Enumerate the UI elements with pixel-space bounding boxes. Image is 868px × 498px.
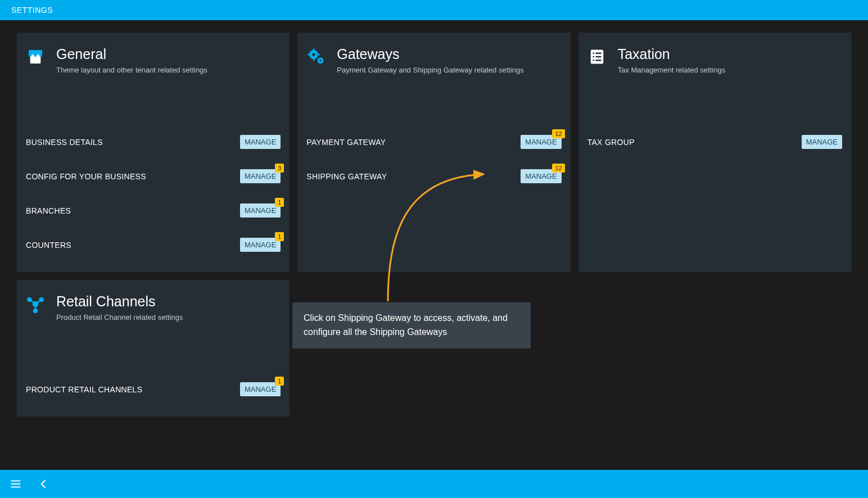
svg-rect-3 xyxy=(34,54,37,57)
label-tax-group: TAX GROUP xyxy=(587,138,635,147)
card-header-gateways: Gateways Payment Gateway and Shipping Ga… xyxy=(303,46,564,74)
list-icon xyxy=(587,47,607,66)
menu-icon[interactable] xyxy=(9,477,22,491)
card-header-general: General Theme layout and other tenant re… xyxy=(22,46,284,74)
card-gateways: Gateways Payment Gateway and Shipping Ga… xyxy=(297,33,570,272)
card-subtitle-gateways: Payment Gateway and Shipping Gateway rel… xyxy=(337,66,523,74)
row-counters: COUNTERS MANAGE 1 xyxy=(22,228,284,262)
svg-point-8 xyxy=(320,60,322,61)
network-icon xyxy=(26,295,45,314)
card-retail-channels: Retail Channels Product Retail Channel r… xyxy=(17,280,290,416)
card-subtitle-taxation: Tax Management related settings xyxy=(618,66,726,74)
manage-product-retail-channels-button[interactable]: MANAGE 1 xyxy=(240,382,281,396)
settings-grid: General Theme layout and other tenant re… xyxy=(0,20,868,429)
badge-payment-gateway: 12 xyxy=(552,129,564,138)
manage-payment-gateway-button[interactable]: MANAGE 12 xyxy=(521,135,561,149)
svg-point-6 xyxy=(313,53,315,56)
badge-config-business: 3 xyxy=(275,164,284,173)
svg-rect-9 xyxy=(313,48,315,51)
page-header: SETTINGS xyxy=(0,0,868,20)
svg-rect-17 xyxy=(595,56,601,58)
row-branches: BRANCHES MANAGE 1 xyxy=(22,193,284,228)
row-payment-gateway: PAYMENT GATEWAY MANAGE 12 xyxy=(303,125,564,159)
svg-rect-15 xyxy=(595,53,601,55)
annotation-text: Click on Shipping Gateway to access, act… xyxy=(304,313,508,337)
label-branches: BRANCHES xyxy=(26,206,71,215)
row-config-business: CONFIG FOR YOUR BUSINESS MANAGE 3 xyxy=(22,159,284,193)
manage-tax-group-button[interactable]: MANAGE xyxy=(802,135,842,149)
card-title-general: General xyxy=(56,46,207,62)
svg-rect-19 xyxy=(595,60,601,61)
label-counters: COUNTERS xyxy=(26,241,71,250)
gears-icon xyxy=(306,47,326,66)
footer-bar xyxy=(0,470,868,498)
card-title-retail: Retail Channels xyxy=(56,293,183,310)
label-config-business: CONFIG FOR YOUR BUSINESS xyxy=(26,172,146,181)
manage-business-details-button[interactable]: MANAGE xyxy=(240,135,281,149)
svg-rect-11 xyxy=(308,54,310,56)
svg-rect-4 xyxy=(39,54,42,57)
manage-config-business-button[interactable]: MANAGE 3 xyxy=(240,169,281,183)
card-subtitle-retail: Product Retail Channel related settings xyxy=(56,313,183,322)
card-header-taxation: Taxation Tax Management related settings xyxy=(584,46,846,74)
manage-shipping-gateway-button[interactable]: MANAGE 12 xyxy=(521,169,561,183)
svg-rect-16 xyxy=(593,56,594,58)
back-icon[interactable] xyxy=(37,477,51,491)
badge-branches: 1 xyxy=(275,198,284,207)
page-title: SETTINGS xyxy=(11,6,53,15)
row-shipping-gateway: SHIPPING GATEWAY MANAGE 12 xyxy=(303,159,564,193)
badge-product-retail-channels: 1 xyxy=(275,377,284,386)
badge-shipping-gateway: 12 xyxy=(552,164,564,173)
card-subtitle-general: Theme layout and other tenant related se… xyxy=(56,66,207,74)
svg-rect-10 xyxy=(313,58,315,61)
label-product-retail-channels: PRODUCT RETAIL CHANNELS xyxy=(26,385,142,394)
card-general: General Theme layout and other tenant re… xyxy=(17,33,290,272)
card-title-gateways: Gateways xyxy=(337,46,523,62)
badge-counters: 1 xyxy=(275,232,284,241)
svg-rect-18 xyxy=(593,60,594,61)
svg-rect-12 xyxy=(318,54,320,56)
svg-rect-14 xyxy=(593,53,594,55)
annotation-tooltip: Click on Shipping Gateway to access, act… xyxy=(292,302,531,348)
svg-rect-2 xyxy=(29,54,31,57)
manage-branches-button[interactable]: MANAGE 1 xyxy=(240,203,281,218)
card-header-retail: Retail Channels Product Retail Channel r… xyxy=(22,293,284,322)
row-tax-group: TAX GROUP MANAGE xyxy=(584,125,846,159)
label-shipping-gateway: SHIPPING GATEWAY xyxy=(306,172,387,181)
card-title-taxation: Taxation xyxy=(618,46,726,62)
label-business-details: BUSINESS DETAILS xyxy=(26,138,103,147)
label-payment-gateway: PAYMENT GATEWAY xyxy=(306,138,386,147)
store-icon xyxy=(26,47,45,66)
manage-counters-button[interactable]: MANAGE 1 xyxy=(240,238,281,252)
row-business-details: BUSINESS DETAILS MANAGE xyxy=(22,125,284,159)
row-product-retail-channels: PRODUCT RETAIL CHANNELS MANAGE 1 xyxy=(22,372,284,406)
card-taxation: Taxation Tax Management related settings… xyxy=(578,33,851,272)
